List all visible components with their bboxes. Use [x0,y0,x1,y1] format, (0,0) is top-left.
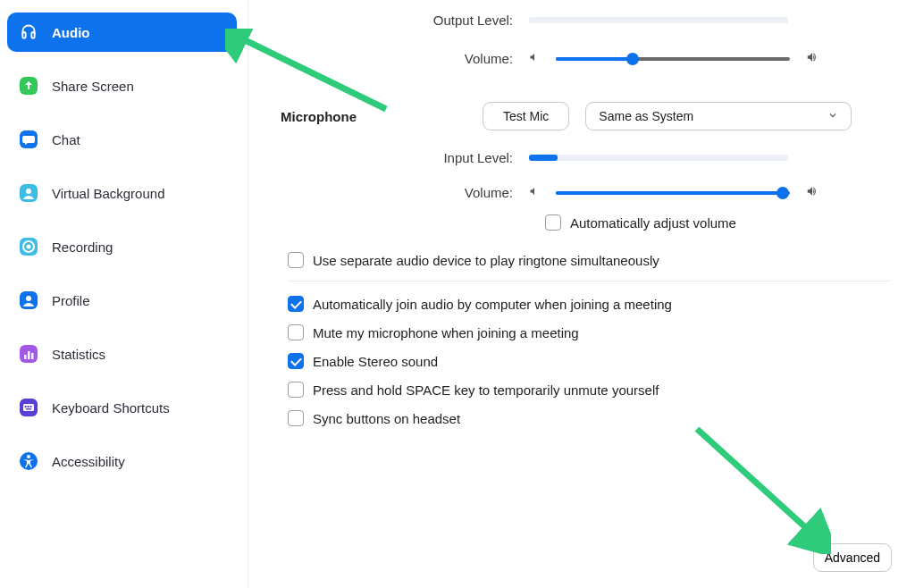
auto-adjust-volume-label: Automatically adjust volume [570,215,736,231]
chat-icon [18,129,39,150]
speaker-low-icon [529,52,540,65]
sidebar-item-audio[interactable]: Audio [7,13,237,52]
sidebar-item-accessibility[interactable]: Accessibility [7,441,237,481]
svg-rect-18 [26,408,31,410]
auto-adjust-volume-checkbox[interactable] [545,214,561,231]
sidebar-item-label: Statistics [52,347,105,362]
mic-volume-slider[interactable] [556,187,790,199]
virtual-background-icon [18,182,39,204]
mute-mic-label: Mute my microphone when joining a meetin… [313,325,579,340]
advanced-button[interactable]: Advanced [813,543,892,572]
chevron-down-icon [827,109,838,123]
mic-volume-label: Volume: [281,185,513,200]
statistics-icon [18,343,39,365]
keyboard-icon [18,397,39,418]
sidebar-item-label: Virtual Background [52,186,164,201]
sidebar-item-virtual-background[interactable]: Virtual Background [7,173,237,213]
stereo-sound-checkbox[interactable] [288,353,304,369]
svg-rect-11 [28,351,30,359]
sidebar-item-label: Share Screen [52,79,134,94]
mute-mic-checkbox[interactable] [288,324,304,340]
sidebar-item-keyboard-shortcuts[interactable]: Keyboard Shortcuts [7,388,237,427]
auto-join-audio-label: Automatically join audio by computer whe… [313,297,672,312]
profile-icon [18,290,39,311]
input-level-meter [529,155,788,161]
svg-point-3 [26,189,31,194]
output-volume-slider[interactable] [556,53,790,65]
sidebar-item-label: Recording [52,239,113,255]
auto-join-audio-checkbox[interactable] [288,296,304,312]
sidebar-item-label: Keyboard Shortcuts [52,400,170,416]
sync-headset-label: Sync buttons on headset [313,411,460,426]
svg-point-8 [26,296,31,301]
space-unmute-label: Press and hold SPACE key to temporarily … [313,382,659,398]
space-unmute-checkbox[interactable] [288,382,304,398]
sidebar-item-recording[interactable]: Recording [7,227,237,266]
microphone-section-label: Microphone [281,109,370,124]
svg-rect-15 [25,406,27,407]
output-volume-label: Volume: [281,51,513,66]
sidebar-item-label: Audio [52,25,90,40]
settings-sidebar: Audio Share Screen Chat Virtual Backgrou… [0,0,248,588]
test-mic-button[interactable]: Test Mic [483,102,569,130]
sync-headset-checkbox[interactable] [288,410,304,426]
svg-rect-17 [30,406,32,407]
share-screen-icon [18,75,39,97]
separate-device-label: Use separate audio device to play ringto… [313,253,659,268]
sidebar-item-statistics[interactable]: Statistics [7,334,237,374]
svg-point-6 [27,245,31,249]
sidebar-item-chat[interactable]: Chat [7,120,237,159]
speaker-low-icon [529,186,540,199]
accessibility-icon [18,450,39,472]
speaker-high-icon [806,51,818,66]
stereo-sound-label: Enable Stereo sound [313,354,438,369]
sidebar-item-label: Chat [52,132,80,147]
sidebar-item-label: Profile [52,293,90,308]
headphones-icon [18,21,39,43]
svg-rect-16 [28,406,29,407]
microphone-device-value: Same as System [599,109,693,123]
input-level-label: Input Level: [281,150,513,165]
microphone-device-dropdown[interactable]: Same as System [585,102,852,130]
sidebar-item-share-screen[interactable]: Share Screen [7,66,237,105]
svg-rect-10 [24,355,27,359]
audio-settings-panel: Output Level: Volume: Microphone Test Mi… [248,0,915,588]
svg-point-20 [27,455,30,458]
sidebar-item-profile[interactable]: Profile [7,281,237,320]
recording-icon [18,236,39,257]
divider [288,281,890,281]
sidebar-item-label: Accessibility [52,454,125,469]
separate-device-checkbox[interactable] [288,252,304,268]
svg-rect-12 [31,353,34,359]
speaker-high-icon [806,185,818,200]
output-level-meter [529,17,788,23]
output-level-label: Output Level: [281,13,513,28]
